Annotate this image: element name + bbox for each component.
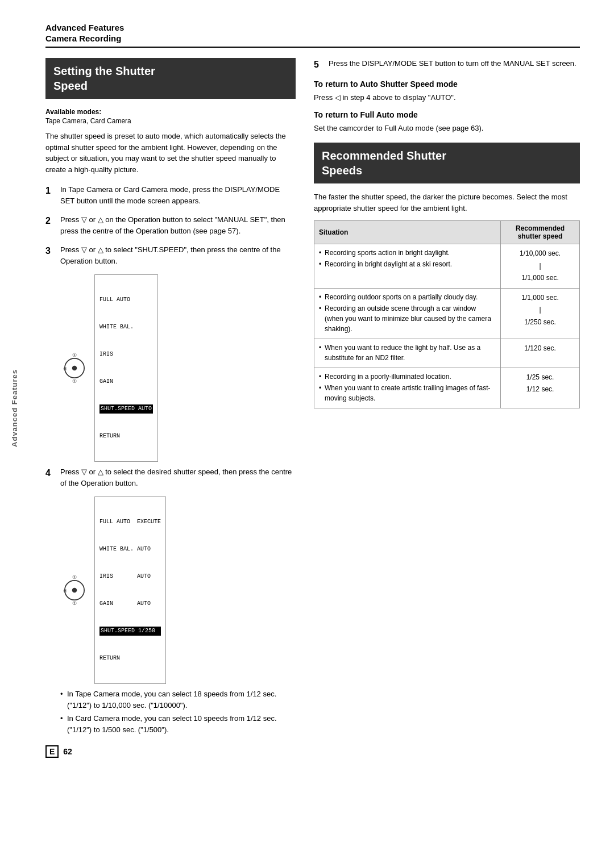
step-4-num: 4	[45, 466, 56, 489]
svg-point-1	[72, 366, 77, 371]
page-e: E	[45, 745, 59, 758]
diagram-2-wrapper: ① ① ② FULL AUTO EXECUTE WHITE BAL. AUTO …	[60, 496, 296, 684]
diagram-1-wrapper: ① ① ② FULL AUTO WHITE BAL. IRIS GAIN SHU…	[60, 274, 296, 462]
left-column: Setting the Shutter Speed Available mode…	[45, 58, 296, 758]
page-container: Advanced Features Advanced Features Came…	[0, 0, 614, 868]
table-row-1: Recording sports action in bright daylig…	[314, 244, 580, 289]
table-row-1-speed: 1/10,000 sec.|1/1,000 sec.	[501, 244, 580, 289]
step-1-num: 1	[45, 184, 56, 206]
title-box: Setting the Shutter Speed	[45, 58, 296, 99]
table-header-situation: Situation	[314, 221, 501, 244]
table-row-3: When you want to reduce the light by hal…	[314, 339, 580, 368]
table-row-4-situation: Recording in a poorly-illuminated locati…	[314, 368, 501, 408]
step-2: 2 Press ▽ or △ on the Operation button t…	[45, 214, 296, 236]
step-3-num: 3	[45, 244, 56, 266]
menu-box-2: FULL AUTO EXECUTE WHITE BAL. AUTO IRIS A…	[94, 496, 166, 684]
page-num-text: 62	[63, 747, 72, 756]
menu-box-1: FULL AUTO WHITE BAL. IRIS GAIN SHUT.SPEE…	[94, 274, 158, 462]
svg-text:①: ①	[72, 574, 77, 580]
step-2-num: 2	[45, 214, 56, 236]
step-1: 1 In Tape Camera or Card Camera mode, pr…	[45, 184, 296, 206]
sub-text-1: Press ◁ in step 4 above to display "AUTO…	[314, 92, 580, 103]
svg-text:②: ②	[63, 589, 67, 594]
table-row-4: Recording in a poorly-illuminated locati…	[314, 368, 580, 408]
table-row-4-speed: 1/25 sec.1/12 sec.	[501, 368, 580, 408]
bullet-item-2: In Card Camera mode, you can select 10 s…	[60, 713, 296, 735]
table-header-speed: Recommended shutter speed	[501, 221, 580, 244]
sub-text-2: Set the camcorder to Full Auto mode (see…	[314, 123, 580, 134]
table-row-3-situation: When you want to reduce the light by hal…	[314, 339, 501, 368]
intro-text: The shutter speed is preset to auto mode…	[45, 131, 296, 175]
category-line1: Advanced Features	[45, 23, 580, 32]
dial-icon-1: ① ① ②	[60, 351, 89, 385]
section-header: Advanced Features Camera Recording	[45, 23, 580, 48]
step-4: 4 Press ▽ or △ to select the desired shu…	[45, 466, 296, 489]
step-2-text: Press ▽ or △ on the Operation button to …	[60, 214, 296, 236]
header-rule	[45, 47, 580, 48]
step-3: 3 Press ▽ or △ to select "SHUT.SPEED", t…	[45, 244, 296, 266]
page-number: E 62	[45, 745, 296, 758]
rec-intro: The faster the shutter speed, the darker…	[314, 191, 580, 214]
section-title: Setting the Shutter Speed	[53, 64, 288, 93]
svg-text:②: ②	[63, 366, 67, 372]
two-col-layout: Setting the Shutter Speed Available mode…	[45, 58, 580, 758]
svg-point-6	[72, 588, 77, 593]
step-5: 5 Press the DISPLAY/MODE SET button to t…	[314, 58, 580, 72]
available-modes-value: Tape Camera, Card Camera	[45, 117, 131, 125]
dial-icon-2: ① ① ②	[60, 573, 89, 607]
table-row-2-situation: Recording outdoor sports on a partially …	[314, 288, 501, 339]
bullet-list: In Tape Camera mode, you can select 18 s…	[60, 688, 296, 735]
sidebar-label: Advanced Features	[10, 369, 19, 447]
available-modes-label: Available modes:	[45, 108, 101, 116]
bullet-item-1: In Tape Camera mode, you can select 18 s…	[60, 688, 296, 711]
category-line2: Camera Recording	[45, 34, 580, 43]
step-4-text: Press ▽ or △ to select the desired shutt…	[60, 466, 296, 489]
step-1-text: In Tape Camera or Card Camera mode, pres…	[60, 184, 296, 206]
step-5-num: 5	[314, 58, 324, 72]
step-5-text: Press the DISPLAY/MODE SET button to tur…	[329, 58, 580, 72]
sub-heading-1: To return to Auto Shutter Speed mode	[314, 80, 580, 89]
rec-section-title: Recommended Shutter Speeds	[322, 148, 572, 178]
svg-text:①: ①	[72, 352, 77, 358]
svg-text:①: ①	[72, 378, 77, 384]
right-column: 5 Press the DISPLAY/MODE SET button to t…	[314, 58, 580, 758]
available-modes: Available modes: Tape Camera, Card Camer…	[45, 107, 296, 125]
rec-title-box: Recommended Shutter Speeds	[314, 143, 580, 183]
table-row-1-situation: Recording sports action in bright daylig…	[314, 244, 501, 289]
speed-table: Situation Recommended shutter speed Reco…	[314, 220, 580, 408]
table-row-2: Recording outdoor sports on a partially …	[314, 288, 580, 339]
step-3-text: Press ▽ or △ to select "SHUT.SPEED", the…	[60, 244, 296, 266]
table-row-2-speed: 1/1,000 sec.|1/250 sec.	[501, 288, 580, 339]
sub-heading-2: To return to Full Auto mode	[314, 110, 580, 119]
svg-text:①: ①	[72, 600, 77, 606]
table-row-3-speed: 1/120 sec.	[501, 339, 580, 368]
